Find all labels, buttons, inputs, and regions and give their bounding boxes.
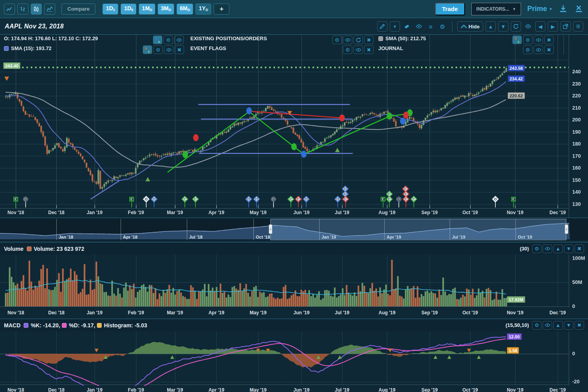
pan-left-button[interactable]: ◀ — [535, 21, 545, 32]
event-flag-O[interactable]: O — [151, 196, 157, 202]
event-flag-C[interactable]: C — [288, 196, 294, 202]
timeframe-6MD[interactable]: 6MD — [177, 4, 193, 15]
event-flag-O[interactable]: O — [396, 196, 402, 202]
add-timeframe-button[interactable]: + — [214, 4, 229, 15]
gear-icon[interactable]: ⚙ — [532, 321, 541, 330]
event-flag-D[interactable]: D — [270, 196, 277, 202]
left-nav-handle[interactable]: ‖ — [269, 224, 272, 234]
event-flag-E[interactable]: E — [380, 196, 386, 202]
event-flag-stem — [25, 202, 26, 207]
event-flag-C[interactable]: C — [192, 196, 199, 202]
pan-right-button[interactable]: ▶ — [548, 21, 558, 32]
move-up-icon[interactable]: ▲ — [553, 245, 563, 253]
compare-button[interactable]: Compare — [61, 4, 95, 15]
pan-down-button[interactable]: ▼ — [498, 21, 508, 32]
chevron-down-icon: ▼ — [549, 7, 553, 11]
download-icon[interactable] — [559, 4, 568, 14]
event-flags-layer: EDEOOCCOODCCOOOOCECCOCCCCOE — [0, 35, 588, 218]
popout-icon[interactable] — [560, 21, 571, 32]
brand-menu[interactable]: Prime▼ — [527, 5, 553, 13]
line-chart-button[interactable] — [4, 4, 15, 15]
event-flag-stem — [298, 202, 299, 207]
event-flag-O[interactable]: O — [143, 196, 149, 202]
x-axis-label: Jun '19 — [294, 387, 310, 392]
timeframe-3MD[interactable]: 3MD — [158, 4, 174, 15]
macd-k-legend: %K: -14.20, — [24, 322, 60, 329]
event-flag-O[interactable]: O — [303, 196, 309, 202]
event-flag-C[interactable]: C — [182, 196, 188, 202]
x-axis-label: Nov '19 — [507, 387, 523, 392]
volume-params: (30) — [520, 246, 529, 252]
eye-icon[interactable] — [543, 245, 552, 253]
move-up-icon[interactable]: ▲ — [553, 321, 563, 330]
eye-icon[interactable] — [543, 321, 552, 330]
x-axis-label: Oct '19 — [462, 387, 478, 392]
macd-canvas[interactable] — [0, 331, 588, 386]
pan-up-button[interactable]: ▲ — [486, 21, 496, 32]
event-flag-stem — [383, 202, 383, 207]
timeframe-1D5[interactable]: 1D5 — [121, 4, 136, 15]
draw-tool-dropdown[interactable]: ▼ — [390, 21, 400, 32]
x-axis-label: Nov '19 — [507, 210, 523, 215]
gear-icon[interactable]: ⚙ — [438, 22, 447, 31]
event-flag-E[interactable]: E — [128, 196, 135, 202]
event-flag-E[interactable]: E — [13, 196, 19, 202]
gear-icon[interactable]: ⚙ — [532, 245, 541, 253]
event-flag-D[interactable]: D — [22, 196, 29, 202]
visibility-icon[interactable] — [523, 22, 533, 31]
event-flag-stem — [389, 202, 390, 207]
eraser-icon[interactable] — [402, 22, 412, 31]
event-flag-O[interactable]: O — [246, 196, 252, 202]
right-nav-handle[interactable]: ‖ — [565, 224, 568, 234]
ohlc-bars-button[interactable] — [17, 4, 28, 15]
nav-month-divider — [253, 219, 254, 240]
draw-tool-button[interactable] — [377, 21, 387, 32]
event-flag-E[interactable]: E — [510, 196, 517, 202]
event-flag-stem — [256, 202, 257, 207]
timeframe-1YD[interactable]: 1YD — [195, 4, 211, 15]
trade-button[interactable]: Trade — [435, 3, 465, 15]
x-axis-label: Nov '18 — [7, 387, 24, 392]
x-axis-label: Feb '19 — [128, 210, 144, 215]
timeframe-1D1[interactable]: 1D1 — [102, 4, 118, 15]
event-flag-C[interactable]: C — [342, 196, 349, 202]
indicators-dropdown[interactable]: INDICATORS...▼ — [471, 3, 521, 15]
close-export-icon[interactable] — [575, 4, 584, 14]
volume-canvas[interactable] — [0, 255, 588, 308]
main-chart[interactable]: O: 174.94 H: 176.60 L: 172.10 C: 172.29 … — [0, 35, 588, 218]
menu-icon[interactable]: ≡ — [573, 21, 583, 32]
event-flag-O[interactable]: O — [492, 196, 499, 202]
nav-month-divider — [56, 219, 57, 240]
close-icon[interactable]: ✖ — [575, 321, 584, 330]
x-axis-label: Dec '18 — [48, 310, 65, 315]
event-flag-stem — [146, 202, 147, 207]
x-axis-label: Dec '18 — [48, 210, 65, 215]
x-axis-label: Mar '19 — [167, 210, 183, 215]
mountain-chart-button[interactable] — [44, 4, 55, 15]
macd-x-axis: Nov '18Dec '18Jan '19Feb '19Mar '19Apr '… — [0, 387, 588, 392]
timeframe-1MD[interactable]: 1MD — [139, 4, 155, 15]
x-axis-label: Dec '19 — [549, 210, 566, 215]
x-axis-label: May '19 — [250, 387, 267, 392]
close-icon[interactable]: ✖ — [575, 245, 584, 253]
x-axis-label: Dec '19 — [549, 387, 566, 392]
event-flag-C[interactable]: C — [403, 196, 409, 202]
event-flag-O[interactable]: O — [335, 196, 341, 202]
event-flag-C[interactable]: C — [386, 196, 393, 202]
move-down-icon[interactable]: ▼ — [564, 245, 573, 253]
refresh-icon[interactable] — [511, 21, 521, 32]
move-down-icon[interactable]: ▼ — [564, 321, 573, 330]
range-navigator[interactable]: Jan '18Apr '18Jul '18Oct '18Jan '19Apr '… — [0, 218, 588, 241]
event-flag-O[interactable]: O — [253, 196, 260, 202]
layers-icon[interactable]: ≡ — [426, 22, 435, 31]
candlestick-button[interactable] — [31, 4, 42, 15]
nav-month-label: Apr '18 — [123, 235, 138, 239]
x-axis-label: Jun '19 — [294, 210, 310, 215]
nav-selection[interactable] — [270, 219, 566, 240]
event-flag-C[interactable]: C — [295, 196, 301, 202]
event-flag-C[interactable]: C — [411, 196, 417, 202]
visibility-icon[interactable] — [414, 22, 424, 31]
volume-legend: Volume: 23 623 972 — [27, 246, 84, 252]
hide-panel-button[interactable]: Hide — [457, 21, 483, 32]
axis-divider — [569, 255, 569, 308]
